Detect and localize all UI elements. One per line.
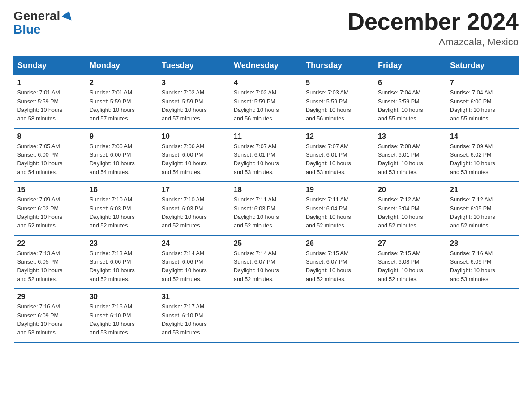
day-sun-info: Sunrise: 7:15 AMSunset: 6:08 PMDaylight:…: [378, 249, 442, 284]
day-number: 9: [90, 133, 154, 141]
day-sun-info: Sunrise: 7:11 AMSunset: 6:04 PMDaylight:…: [306, 196, 370, 231]
weekday-header-thursday: Thursday: [302, 56, 374, 75]
calendar-cell: 12Sunrise: 7:07 AMSunset: 6:01 PMDayligh…: [302, 128, 374, 182]
calendar-cell: 19Sunrise: 7:11 AMSunset: 6:04 PMDayligh…: [302, 182, 374, 235]
calendar-cell: 13Sunrise: 7:08 AMSunset: 6:01 PMDayligh…: [374, 128, 446, 182]
day-sun-info: Sunrise: 7:05 AMSunset: 6:00 PMDaylight:…: [17, 142, 82, 177]
weekday-header-sunday: Sunday: [14, 56, 86, 75]
logo-blue-text: Blue: [13, 22, 74, 37]
weekday-header-friday: Friday: [374, 56, 446, 75]
day-number: 10: [162, 133, 226, 141]
day-sun-info: Sunrise: 7:15 AMSunset: 6:07 PMDaylight:…: [306, 249, 370, 284]
calendar-cell: 6Sunrise: 7:04 AMSunset: 5:59 PMDaylight…: [374, 75, 446, 128]
day-number: 27: [378, 240, 442, 248]
day-number: 5: [306, 79, 370, 87]
calendar-week-row: 29Sunrise: 7:16 AMSunset: 6:09 PMDayligh…: [14, 289, 519, 342]
day-number: 11: [234, 133, 298, 141]
day-number: 12: [306, 133, 370, 141]
calendar-week-row: 8Sunrise: 7:05 AMSunset: 6:00 PMDaylight…: [14, 128, 519, 182]
day-number: 2: [90, 79, 154, 87]
day-sun-info: Sunrise: 7:07 AMSunset: 6:01 PMDaylight:…: [306, 142, 370, 177]
calendar-cell: [302, 289, 374, 342]
calendar-cell: [230, 289, 302, 342]
day-number: 16: [90, 186, 154, 194]
calendar-cell: 31Sunrise: 7:17 AMSunset: 6:10 PMDayligh…: [158, 289, 230, 342]
calendar-cell: 9Sunrise: 7:06 AMSunset: 6:00 PMDaylight…: [86, 128, 158, 182]
calendar-subtitle: Amazcala, Mexico: [348, 36, 519, 48]
calendar-cell: 14Sunrise: 7:09 AMSunset: 6:02 PMDayligh…: [446, 128, 519, 182]
calendar-cell: 30Sunrise: 7:16 AMSunset: 6:10 PMDayligh…: [86, 289, 158, 342]
calendar-title: December 2024: [348, 9, 519, 34]
day-number: 17: [162, 186, 226, 194]
logo-general-text: General: [13, 9, 60, 23]
day-number: 20: [378, 186, 442, 194]
day-sun-info: Sunrise: 7:02 AMSunset: 5:59 PMDaylight:…: [234, 89, 298, 124]
calendar-cell: 20Sunrise: 7:12 AMSunset: 6:04 PMDayligh…: [374, 182, 446, 235]
day-sun-info: Sunrise: 7:10 AMSunset: 6:03 PMDaylight:…: [162, 196, 226, 231]
day-number: 24: [162, 240, 226, 248]
day-number: 1: [17, 79, 82, 87]
day-sun-info: Sunrise: 7:12 AMSunset: 6:05 PMDaylight:…: [450, 196, 515, 231]
day-number: 22: [17, 240, 82, 248]
calendar-week-row: 22Sunrise: 7:13 AMSunset: 6:05 PMDayligh…: [14, 235, 519, 289]
day-number: 29: [17, 293, 82, 301]
day-number: 25: [234, 240, 298, 248]
day-number: 3: [162, 79, 226, 87]
day-number: 8: [17, 133, 82, 141]
calendar-cell: 16Sunrise: 7:10 AMSunset: 6:03 PMDayligh…: [86, 182, 158, 235]
day-sun-info: Sunrise: 7:04 AMSunset: 6:00 PMDaylight:…: [450, 89, 515, 124]
calendar-week-row: 15Sunrise: 7:09 AMSunset: 6:02 PMDayligh…: [14, 182, 519, 235]
calendar-table: SundayMondayTuesdayWednesdayThursdayFrid…: [13, 56, 519, 343]
page-header: General Blue December 2024 Amazcala, Mex…: [13, 9, 519, 48]
day-sun-info: Sunrise: 7:10 AMSunset: 6:03 PMDaylight:…: [90, 196, 154, 231]
day-number: 15: [17, 186, 82, 194]
day-number: 28: [450, 240, 515, 248]
calendar-week-row: 1Sunrise: 7:01 AMSunset: 5:59 PMDaylight…: [14, 75, 519, 128]
calendar-cell: 7Sunrise: 7:04 AMSunset: 6:00 PMDaylight…: [446, 75, 519, 128]
calendar-cell: 28Sunrise: 7:16 AMSunset: 6:09 PMDayligh…: [446, 235, 519, 289]
day-number: 23: [90, 240, 154, 248]
calendar-cell: 1Sunrise: 7:01 AMSunset: 5:59 PMDaylight…: [14, 75, 86, 128]
day-sun-info: Sunrise: 7:16 AMSunset: 6:09 PMDaylight:…: [450, 249, 515, 284]
weekday-header-saturday: Saturday: [446, 56, 519, 75]
calendar-cell: 10Sunrise: 7:06 AMSunset: 6:00 PMDayligh…: [158, 128, 230, 182]
calendar-cell: 3Sunrise: 7:02 AMSunset: 5:59 PMDaylight…: [158, 75, 230, 128]
day-number: 31: [162, 293, 226, 301]
day-sun-info: Sunrise: 7:16 AMSunset: 6:09 PMDaylight:…: [17, 303, 82, 338]
logo: General Blue: [13, 9, 74, 37]
calendar-cell: [446, 289, 519, 342]
day-number: 21: [450, 186, 515, 194]
day-number: 30: [90, 293, 154, 301]
weekday-header-monday: Monday: [86, 56, 158, 75]
day-sun-info: Sunrise: 7:02 AMSunset: 5:59 PMDaylight:…: [162, 89, 226, 124]
calendar-cell: 5Sunrise: 7:03 AMSunset: 5:59 PMDaylight…: [302, 75, 374, 128]
day-sun-info: Sunrise: 7:01 AMSunset: 5:59 PMDaylight:…: [17, 89, 82, 124]
calendar-cell: 27Sunrise: 7:15 AMSunset: 6:08 PMDayligh…: [374, 235, 446, 289]
day-sun-info: Sunrise: 7:06 AMSunset: 6:00 PMDaylight:…: [90, 142, 154, 177]
day-sun-info: Sunrise: 7:13 AMSunset: 6:06 PMDaylight:…: [90, 249, 154, 284]
day-number: 18: [234, 186, 298, 194]
day-sun-info: Sunrise: 7:09 AMSunset: 6:02 PMDaylight:…: [450, 142, 515, 177]
day-sun-info: Sunrise: 7:14 AMSunset: 6:07 PMDaylight:…: [234, 249, 298, 284]
day-sun-info: Sunrise: 7:12 AMSunset: 6:04 PMDaylight:…: [378, 196, 442, 231]
calendar-cell: 11Sunrise: 7:07 AMSunset: 6:01 PMDayligh…: [230, 128, 302, 182]
day-number: 26: [306, 240, 370, 248]
weekday-header-row: SundayMondayTuesdayWednesdayThursdayFrid…: [14, 56, 519, 75]
day-sun-info: Sunrise: 7:01 AMSunset: 5:59 PMDaylight:…: [90, 89, 154, 124]
day-sun-info: Sunrise: 7:07 AMSunset: 6:01 PMDaylight:…: [234, 142, 298, 177]
day-number: 19: [306, 186, 370, 194]
weekday-header-tuesday: Tuesday: [158, 56, 230, 75]
day-number: 7: [450, 79, 515, 87]
calendar-cell: 25Sunrise: 7:14 AMSunset: 6:07 PMDayligh…: [230, 235, 302, 289]
day-sun-info: Sunrise: 7:11 AMSunset: 6:03 PMDaylight:…: [234, 196, 298, 231]
calendar-cell: [374, 289, 446, 342]
day-number: 14: [450, 133, 515, 141]
day-sun-info: Sunrise: 7:14 AMSunset: 6:06 PMDaylight:…: [162, 249, 226, 284]
day-sun-info: Sunrise: 7:09 AMSunset: 6:02 PMDaylight:…: [17, 196, 82, 231]
calendar-cell: 21Sunrise: 7:12 AMSunset: 6:05 PMDayligh…: [446, 182, 519, 235]
day-sun-info: Sunrise: 7:17 AMSunset: 6:10 PMDaylight:…: [162, 303, 226, 338]
weekday-header-wednesday: Wednesday: [230, 56, 302, 75]
calendar-cell: 8Sunrise: 7:05 AMSunset: 6:00 PMDaylight…: [14, 128, 86, 182]
day-sun-info: Sunrise: 7:04 AMSunset: 5:59 PMDaylight:…: [378, 89, 442, 124]
calendar-cell: 2Sunrise: 7:01 AMSunset: 5:59 PMDaylight…: [86, 75, 158, 128]
